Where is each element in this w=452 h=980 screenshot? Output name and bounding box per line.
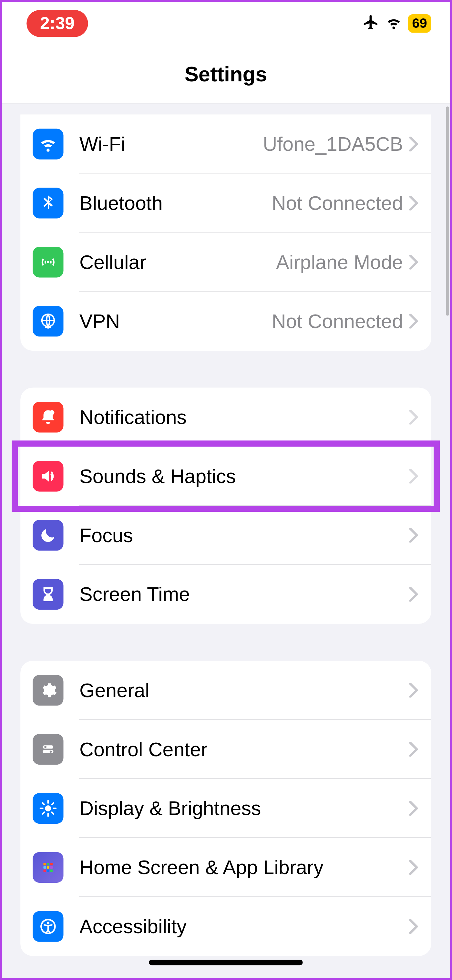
chevron-right-icon — [409, 410, 419, 425]
row-label: Focus — [80, 524, 409, 546]
accessibility-icon — [33, 911, 63, 942]
display-icon — [33, 793, 63, 824]
settings-row-notifications[interactable]: Notifications — [20, 388, 431, 447]
row-value: Not Connected — [272, 192, 403, 215]
settings-row-homescreen[interactable]: Home Screen & App Library — [20, 838, 431, 897]
settings-row-display[interactable]: Display & Brightness — [20, 779, 431, 838]
battery-level: 69 — [408, 14, 431, 33]
svg-point-1 — [49, 410, 54, 415]
svg-point-4 — [44, 746, 46, 748]
settings-group-network: Wi-Fi Ufone_1DA5CB Bluetooth Not Connect… — [20, 115, 431, 351]
scrollbar-indicator — [446, 107, 449, 316]
chevron-right-icon — [409, 196, 419, 210]
row-label: Accessibility — [80, 915, 409, 938]
settings-row-accessibility[interactable]: Accessibility — [20, 897, 431, 956]
status-time-pill: 2:39 — [27, 10, 88, 37]
notifications-icon — [33, 402, 63, 432]
row-label: Screen Time — [80, 583, 409, 605]
svg-rect-10 — [43, 866, 46, 869]
settings-row-sounds-haptics[interactable]: Sounds & Haptics — [20, 447, 431, 506]
chevron-right-icon — [409, 860, 419, 875]
row-label: General — [80, 679, 409, 702]
settings-row-screentime[interactable]: Screen Time — [20, 565, 431, 624]
chevron-right-icon — [409, 137, 419, 151]
row-label: Cellular — [80, 251, 276, 274]
page-title: Settings — [185, 62, 267, 86]
svg-point-5 — [50, 751, 52, 752]
controlcenter-icon — [33, 734, 63, 765]
settings-row-cellular[interactable]: Cellular Airplane Mode — [20, 232, 431, 291]
chevron-right-icon — [409, 314, 419, 329]
chevron-right-icon — [409, 683, 419, 698]
cellular-icon — [33, 247, 63, 277]
svg-rect-14 — [47, 870, 49, 872]
row-label: Home Screen & App Library — [80, 856, 409, 878]
screentime-icon — [33, 579, 63, 609]
chevron-right-icon — [409, 528, 419, 543]
svg-rect-9 — [50, 863, 53, 865]
chevron-right-icon — [409, 801, 419, 816]
home-indicator[interactable] — [149, 960, 302, 965]
chevron-right-icon — [409, 587, 419, 602]
svg-rect-15 — [50, 870, 53, 872]
settings-group-general: General Control Center Display & Brightn… — [20, 661, 431, 956]
settings-content: Wi-Fi Ufone_1DA5CB Bluetooth Not Connect… — [2, 115, 450, 980]
settings-group-attention: Notifications Sounds & Haptics Focus — [20, 388, 431, 624]
svg-rect-12 — [50, 866, 53, 869]
svg-rect-13 — [43, 870, 46, 872]
row-label: VPN — [80, 310, 272, 332]
settings-row-wifi[interactable]: Wi-Fi Ufone_1DA5CB — [20, 115, 431, 174]
settings-row-general[interactable]: General — [20, 661, 431, 720]
row-label: Wi-Fi — [80, 133, 263, 155]
row-label: Sounds & Haptics — [80, 465, 409, 488]
nav-header: Settings — [2, 45, 450, 103]
sounds-icon — [33, 461, 63, 492]
wifi-icon — [33, 129, 63, 159]
chevron-right-icon — [409, 919, 419, 934]
status-right-group: 69 — [362, 14, 431, 33]
focus-icon — [33, 520, 63, 550]
row-label: Notifications — [80, 406, 409, 428]
svg-point-17 — [47, 921, 50, 924]
svg-rect-8 — [47, 863, 49, 865]
settings-row-bluetooth[interactable]: Bluetooth Not Connected — [20, 173, 431, 232]
row-label: Display & Brightness — [80, 797, 409, 819]
bluetooth-icon — [33, 188, 63, 218]
settings-row-vpn[interactable]: VPN Not Connected — [20, 291, 431, 351]
chevron-right-icon — [409, 255, 419, 270]
vpn-icon — [33, 306, 63, 336]
homescreen-icon — [33, 852, 63, 883]
row-value: Airplane Mode — [276, 251, 403, 274]
svg-rect-7 — [43, 863, 46, 865]
chevron-right-icon — [409, 469, 419, 484]
svg-point-6 — [45, 805, 51, 811]
airplane-icon — [362, 14, 379, 33]
wifi-status-icon — [386, 14, 402, 33]
status-bar: 2:39 69 — [2, 2, 450, 45]
general-icon — [33, 675, 63, 706]
settings-row-controlcenter[interactable]: Control Center — [20, 720, 431, 779]
row-value: Ufone_1DA5CB — [263, 133, 403, 155]
row-label: Bluetooth — [80, 192, 272, 215]
settings-row-focus[interactable]: Focus — [20, 506, 431, 565]
svg-rect-11 — [47, 866, 49, 869]
row-label: Control Center — [80, 738, 409, 760]
chevron-right-icon — [409, 742, 419, 757]
row-value: Not Connected — [272, 310, 403, 332]
